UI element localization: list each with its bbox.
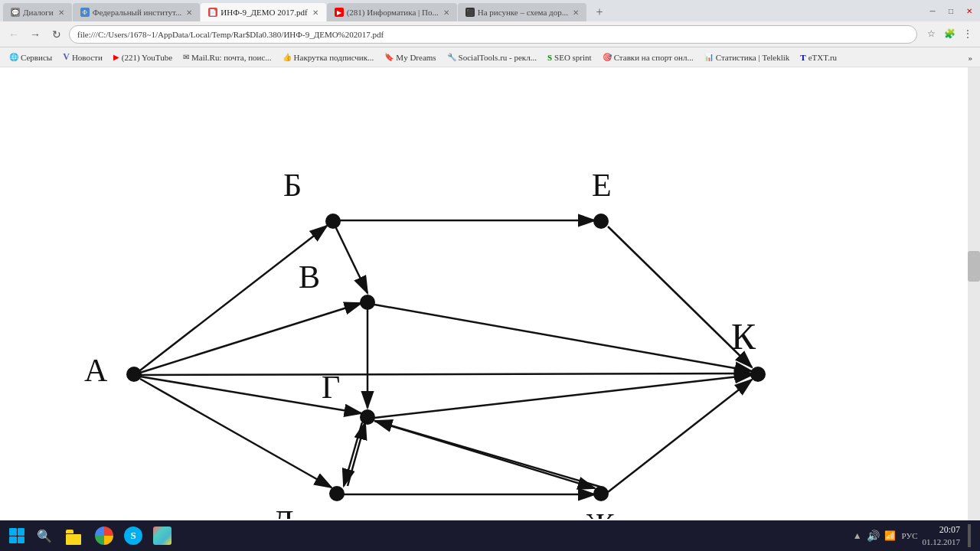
win-logo-br xyxy=(18,536,25,544)
bookmark-label-youtube: (221) YouTube xyxy=(122,53,172,62)
scrollbar-thumb-vertical[interactable] xyxy=(968,251,980,282)
bookmark-icon-novosti: V xyxy=(63,51,70,63)
clock: 20:07 01.12.2017 xyxy=(923,523,961,548)
bookmark-socialtools[interactable]: 🔧 SocialTools.ru - рекл... xyxy=(443,51,541,64)
title-bar: 💬 Диалоги ✕ Ф Федеральный институт... ✕ … xyxy=(0,0,980,21)
bookmark-label-dreams: My Dreams xyxy=(396,53,436,62)
main-content: А Б В Г Д Е Ж К ◀ ▶ xyxy=(0,67,980,520)
node-g-circle xyxy=(360,409,375,425)
network-icon[interactable]: 📶 xyxy=(884,530,896,542)
clock-area: РУС 20:07 01.12.2017 xyxy=(902,523,971,548)
minimize-button[interactable]: ─ xyxy=(925,5,940,17)
bookmark-stavki[interactable]: 🎯 Ставки на спорт онл... xyxy=(598,51,698,64)
label-zh: Ж xyxy=(586,507,615,519)
bookmark-label-stavki: Ставки на спорт онл... xyxy=(614,53,694,62)
bookmark-label-socialtools: SocialTools.ru - рекл... xyxy=(459,53,537,62)
tab-close-2[interactable]: ✕ xyxy=(186,8,192,17)
extensions-icon[interactable]: 🧩 xyxy=(942,27,957,42)
bookmark-label-etxt: eTXT.ru xyxy=(808,53,837,62)
edge-d-g xyxy=(348,422,365,486)
tab-close-4[interactable]: ✕ xyxy=(443,8,449,17)
bookmark-nakrutka[interactable]: 👍 Накрутка подписчик... xyxy=(278,51,379,64)
bookmark-label-novosti: Новости xyxy=(72,53,103,62)
bookmark-seo[interactable]: S SEO sprint xyxy=(543,51,596,64)
bookmark-icon-nakrutka: 👍 xyxy=(283,53,292,61)
tray-up-arrow[interactable]: ▲ xyxy=(853,530,862,542)
tab-federal[interactable]: Ф Федеральный институт... ✕ xyxy=(73,3,201,21)
taskbar-app-explorer[interactable] xyxy=(61,522,89,549)
tab-label-4: (281) Информатика | По... xyxy=(347,8,439,17)
taskbar-app-misc[interactable] xyxy=(149,522,176,549)
forward-button[interactable]: → xyxy=(26,25,44,44)
label-b: Б xyxy=(283,168,302,203)
node-k-circle xyxy=(750,367,766,382)
edge-e-k xyxy=(608,227,752,367)
tab-schema[interactable]: ⬛ На рисунке – схема дор... ✕ xyxy=(458,3,586,21)
bookmark-novosti[interactable]: V Новости xyxy=(58,50,107,64)
bookmark-dreams[interactable]: 🔖 My Dreams xyxy=(380,51,440,64)
tab-video[interactable]: ▶ (281) Информатика | По... ✕ xyxy=(327,3,457,21)
explorer-icon xyxy=(66,527,84,545)
show-desktop-button[interactable] xyxy=(968,524,971,547)
clock-date: 01.12.2017 xyxy=(923,536,961,548)
bookmark-star-icon[interactable]: ☆ xyxy=(923,27,939,42)
bookmarks-bar: 🌐 Сервисы V Новости ▶ (221) YouTube ✉ Ma… xyxy=(0,47,980,67)
bookmark-icon-etxt: T xyxy=(800,53,805,62)
close-button[interactable]: ✕ xyxy=(962,5,977,17)
bookmark-youtube[interactable]: ▶ (221) YouTube xyxy=(109,51,177,64)
edge-zh-g xyxy=(375,421,603,487)
label-a: А xyxy=(84,353,108,388)
tab-pdf[interactable]: 📄 ИНФ-9_ДЕМО 2017.pdf ✕ xyxy=(201,3,325,21)
lang-indicator: РУС xyxy=(902,531,918,540)
nav-icons: ☆ 🧩 ⋮ xyxy=(923,27,975,42)
tab-favicon-4: ▶ xyxy=(335,8,344,17)
edge-b-v xyxy=(335,227,368,293)
node-a-circle xyxy=(126,367,142,382)
start-button[interactable] xyxy=(3,522,31,549)
bookmark-label-statistica: Статистика | Teleklik xyxy=(716,53,790,62)
edge-v-k xyxy=(374,305,752,371)
taskbar-app-chrome[interactable] xyxy=(90,522,118,549)
label-k: К xyxy=(731,316,756,357)
tab-close-1[interactable]: ✕ xyxy=(58,8,64,17)
menu-icon[interactable]: ⋮ xyxy=(960,27,975,42)
taskbar-search-button[interactable]: 🔍 xyxy=(31,522,58,549)
tab-close-5[interactable]: ✕ xyxy=(573,8,579,17)
address-bar[interactable]: file:///C:/Users/1678~1/AppData/Local/Te… xyxy=(69,25,917,44)
speaker-icon[interactable]: 🔊 xyxy=(867,530,880,543)
taskbar-apps: S xyxy=(61,522,176,549)
label-d: Д xyxy=(272,504,294,519)
folder-tab xyxy=(66,530,74,533)
bookmark-label-mail: Mail.Ru: почта, поис... xyxy=(191,53,272,62)
node-v-circle xyxy=(360,295,375,310)
new-tab-button[interactable]: + xyxy=(589,3,610,21)
tab-label-3: ИНФ-9_ДЕМО 2017.pdf xyxy=(220,8,307,17)
bookmark-icon-stavki: 🎯 xyxy=(603,53,612,61)
edge-a-v xyxy=(140,303,361,373)
maximize-button[interactable]: □ xyxy=(943,5,959,17)
bookmark-serwisy[interactable]: 🌐 Сервисы xyxy=(5,51,57,64)
taskbar-app-skype[interactable]: S xyxy=(119,522,147,549)
label-e: Е xyxy=(592,168,612,203)
reload-button[interactable]: ↻ xyxy=(47,25,66,44)
bookmark-label-seo: SEO sprint xyxy=(554,53,592,62)
bookmarks-more-button[interactable]: » xyxy=(965,51,976,64)
bookmark-icon-dreams: 🔖 xyxy=(384,53,394,61)
node-zh-circle xyxy=(593,486,609,501)
bookmark-etxt[interactable]: T eTXT.ru xyxy=(795,51,841,64)
folder-body xyxy=(66,534,81,545)
scrollbar-vertical[interactable] xyxy=(968,67,980,520)
tab-label-2: Федеральный институт... xyxy=(93,8,182,17)
tab-dialogi[interactable]: 💬 Диалоги ✕ xyxy=(3,3,72,21)
tab-favicon-2: Ф xyxy=(80,8,90,17)
back-button[interactable]: ← xyxy=(5,25,23,44)
bookmark-statistica[interactable]: 📊 Статистика | Teleklik xyxy=(700,51,795,64)
node-d-circle xyxy=(329,486,345,501)
bookmark-mail[interactable]: ✉ Mail.Ru: почта, поис... xyxy=(178,51,276,64)
tab-favicon-1: 💬 xyxy=(11,8,20,17)
win-logo-bl xyxy=(9,536,17,544)
win-logo-tl xyxy=(9,528,17,536)
tab-close-3[interactable]: ✕ xyxy=(312,8,318,17)
edge-zh-k xyxy=(608,380,752,492)
edge-a-b xyxy=(140,226,327,370)
